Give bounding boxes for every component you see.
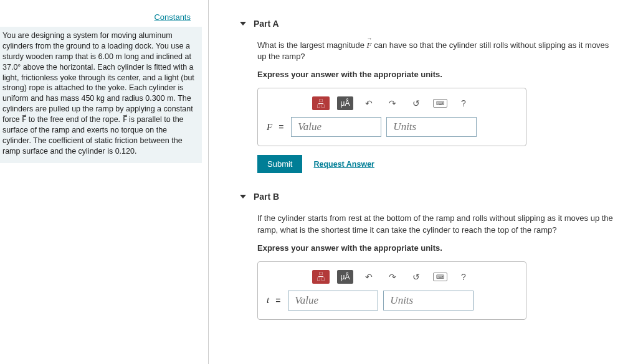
- part-a-question: What is the largest magnitude F can have…: [257, 40, 619, 62]
- part-a-answer-box: □□ □ μÅ ↶ ↷ ↺ ⌨ ? F =: [257, 88, 526, 146]
- reset-icon[interactable]: ↺: [408, 269, 424, 284]
- part-b-body: If the cylinder starts from rest at the …: [257, 213, 619, 319]
- collapse-icon: [240, 22, 246, 26]
- equals-sign: =: [275, 296, 280, 306]
- main-content: Part A What is the largest magnitude F c…: [209, 0, 638, 364]
- variable-label: F: [267, 122, 272, 133]
- value-input[interactable]: [288, 291, 378, 310]
- equals-sign: =: [279, 122, 283, 132]
- part-b-header[interactable]: Part B: [240, 192, 619, 202]
- problem-statement: You are designing a system for moving al…: [0, 27, 202, 163]
- keyboard-icon[interactable]: ⌨: [432, 269, 448, 284]
- fraction-tool-icon[interactable]: □□ □: [312, 96, 330, 110]
- part-a-input-row: F =: [267, 117, 517, 137]
- part-b-question: If the cylinder starts from rest at the …: [257, 213, 619, 235]
- value-input[interactable]: [291, 117, 381, 137]
- variable-label: t: [267, 295, 269, 306]
- part-a-instruction: Express your answer with the appropriate…: [257, 70, 619, 79]
- undo-icon[interactable]: ↶: [361, 269, 377, 284]
- part-b-input-row: t =: [267, 291, 517, 310]
- help-icon[interactable]: ?: [455, 269, 472, 284]
- fraction-tool-icon[interactable]: □□ □: [312, 270, 330, 284]
- redo-icon[interactable]: ↷: [384, 96, 401, 111]
- answer-toolbar: □□ □ μÅ ↶ ↷ ↺ ⌨ ?: [267, 96, 517, 111]
- reset-icon[interactable]: ↺: [408, 96, 424, 111]
- units-input[interactable]: [383, 291, 474, 310]
- submit-button[interactable]: Submit: [257, 155, 302, 173]
- special-char-tool-icon[interactable]: μÅ: [337, 96, 353, 110]
- keyboard-icon[interactable]: ⌨: [432, 96, 448, 111]
- problem-sidebar: Constants You are designing a system for…: [0, 0, 209, 364]
- redo-icon[interactable]: ↷: [384, 269, 401, 284]
- collapse-icon: [240, 195, 246, 198]
- vector-f: F: [367, 40, 372, 50]
- part-a-body: What is the largest magnitude F can have…: [257, 40, 619, 173]
- request-answer-link[interactable]: Request Answer: [313, 160, 374, 169]
- part-a-submit-row: Submit Request Answer: [257, 155, 619, 173]
- part-b-title: Part B: [254, 192, 279, 202]
- help-icon[interactable]: ?: [455, 96, 472, 111]
- constants-link[interactable]: Constants: [154, 12, 191, 22]
- part-b-instruction: Express your answer with the appropriate…: [257, 243, 619, 253]
- special-char-tool-icon[interactable]: μÅ: [337, 270, 353, 284]
- units-input[interactable]: [386, 117, 477, 137]
- part-b-answer-box: □□ □ μÅ ↶ ↷ ↺ ⌨ ? t =: [257, 261, 526, 320]
- part-a-title: Part A: [254, 19, 279, 29]
- undo-icon[interactable]: ↶: [361, 96, 377, 111]
- answer-toolbar: □□ □ μÅ ↶ ↷ ↺ ⌨ ?: [267, 269, 517, 284]
- part-a-header[interactable]: Part A: [240, 19, 619, 29]
- question-text-pre: What is the largest magnitude: [257, 40, 367, 50]
